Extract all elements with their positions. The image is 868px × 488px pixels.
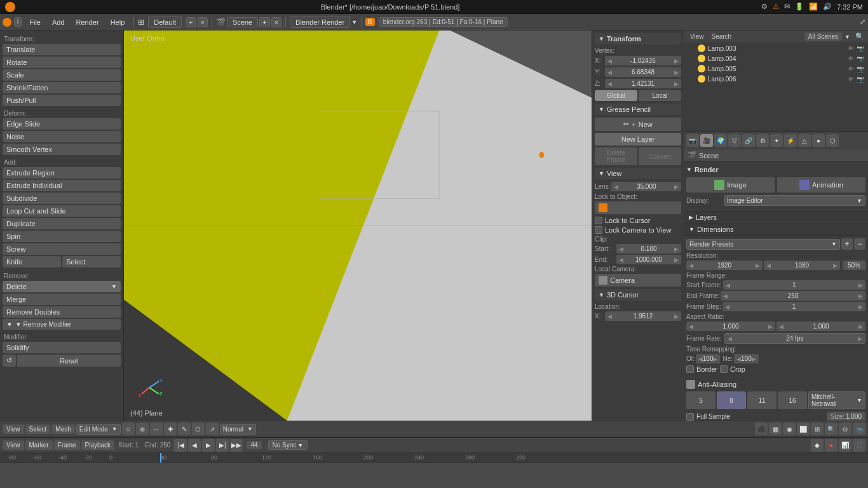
outliner-item-lamp004[interactable]: Lamp.004 👁 📷 [684, 53, 868, 64]
btn-extrude-individual[interactable]: Extrude Individual [3, 180, 121, 191]
mail-icon[interactable]: ✉ [784, 3, 790, 11]
fstep-left[interactable]: ◀ [725, 304, 729, 310]
menu-help[interactable]: Help [105, 17, 130, 27]
keyframe-icon[interactable]: ◆ [811, 439, 824, 452]
viewport[interactable]: User Ortho (44) Plane Y Z X [124, 30, 592, 421]
aa-num-16[interactable]: 16 [778, 391, 807, 409]
btn-edge-slide[interactable]: Edge Slide [3, 118, 121, 130]
z-left-arrow[interactable]: ◀ [607, 81, 612, 87]
res-x-left[interactable]: ◀ [689, 262, 693, 269]
ol-left[interactable]: ◀ [698, 356, 703, 362]
aa-num-5[interactable]: 5 [686, 391, 715, 409]
lens-field[interactable]: ◀ 35.000 ▶ [611, 182, 681, 191]
ef-left[interactable]: ◀ [723, 293, 728, 299]
bottom-view-menu[interactable]: View [3, 424, 24, 434]
camera-field[interactable]: Camera [595, 274, 681, 287]
render-icon-005[interactable]: 📷 [857, 65, 864, 72]
props-icon-render[interactable]: 📷 [686, 134, 699, 147]
fstep-right[interactable]: ▶ [858, 304, 863, 310]
lens-left-arrow[interactable]: ◀ [614, 184, 618, 190]
z-field[interactable]: ◀ 1.42131 ▶ [605, 79, 681, 88]
clip-start-right[interactable]: ▶ [674, 246, 679, 252]
props-icon-data[interactable]: △ [798, 134, 811, 147]
eye-icon-006[interactable]: 👁 [848, 76, 854, 83]
btn-loop-cut-slide[interactable]: Loop Cut and Slide [3, 205, 121, 217]
outliner-search-menu[interactable]: Search [709, 32, 735, 41]
btn-extrude-region[interactable]: Extrude Region [3, 167, 121, 179]
clip-start-left[interactable]: ◀ [619, 246, 623, 252]
clip-end-left[interactable]: ◀ [619, 257, 623, 263]
btn-knife[interactable]: Knife [3, 256, 61, 268]
jump-start-btn[interactable]: |◀ [174, 439, 187, 452]
tool-icon-4[interactable]: ⬡ [192, 423, 205, 435]
preset-remove-btn[interactable]: − [854, 238, 865, 250]
new-field[interactable]: ◀ 100 ▶ [734, 354, 759, 363]
aa-toggle[interactable] [686, 380, 695, 389]
clip-end-field[interactable]: ◀ 1000.000 ▶ [616, 255, 681, 264]
tool-icon-1[interactable]: ↔ [150, 423, 163, 435]
x-right-arrow[interactable]: ▶ [674, 58, 679, 64]
record-icon[interactable]: ● [825, 439, 837, 452]
outliner-scenes-select[interactable]: All Scenes [804, 32, 842, 41]
lens-right-arrow[interactable]: ▶ [674, 184, 679, 190]
outliner-search-icon[interactable]: 🔍 [855, 32, 864, 41]
btn-noise[interactable]: Noise [3, 131, 121, 142]
btn-local[interactable]: Local [639, 90, 681, 101]
aa-algo-select[interactable]: Mitchell-Netravali ▼ [808, 391, 865, 409]
res-x-field[interactable]: ◀ 1920 ▶ [686, 261, 763, 270]
eye-icon-005[interactable]: 👁 [848, 65, 854, 72]
props-icon-texture[interactable]: ⬡ [826, 134, 839, 147]
fps-left[interactable]: ◀ [728, 336, 732, 342]
btn-smooth-vertex[interactable]: Smooth Vertex [3, 144, 121, 155]
crop-row[interactable]: Crop [720, 365, 745, 373]
bottom-mesh-menu[interactable]: Mesh [51, 424, 74, 434]
btn-scale[interactable]: Scale [3, 69, 121, 81]
fps-right[interactable]: ▶ [858, 336, 862, 342]
icon-btn-r7[interactable]: ⊙ [839, 423, 851, 435]
menu-add[interactable]: Add [47, 17, 70, 27]
btn-new-grease-pencil[interactable]: ✏ + New [595, 118, 681, 131]
btn-shrink-fatten[interactable]: Shrink/Fatten [3, 82, 121, 93]
ay-left[interactable]: ◀ [779, 323, 783, 330]
lock-camera-row[interactable]: Lock Camera to View [595, 226, 681, 234]
sf-right[interactable]: ▶ [858, 282, 863, 288]
border-checkbox[interactable] [686, 365, 694, 373]
lock-object-field[interactable] [595, 201, 681, 214]
layout-add-icon[interactable]: + [186, 17, 196, 27]
render-icon-004[interactable]: 📷 [857, 55, 864, 62]
props-icon-materials[interactable]: ● [812, 134, 825, 147]
btn-reset[interactable]: Reset [17, 355, 121, 367]
snap-btn[interactable]: ⊕ [136, 423, 149, 435]
layers-section[interactable]: ▶ Layers [684, 212, 868, 224]
btn-render-animation[interactable]: Animation [777, 177, 865, 193]
outliner-item-lamp006[interactable]: Lamp.006 👁 📷 [684, 74, 868, 84]
icon-btn-r1[interactable]: ⬛ [755, 423, 768, 435]
icon-btn-r8[interactable]: 📹 [853, 423, 865, 435]
play-btn[interactable]: ▶ [202, 439, 215, 452]
timeline-end-field[interactable]: End: 250 [145, 442, 170, 449]
timeline-marker-menu[interactable]: Marker [25, 440, 53, 450]
render-presets-select[interactable]: Render Presets ▼ [686, 239, 840, 250]
lock-to-cursor-row[interactable]: Lock to Cursor [595, 217, 681, 224]
props-icon-modifiers[interactable]: ⚙ [756, 134, 769, 147]
clip-end-right[interactable]: ▶ [674, 257, 679, 263]
res-y-left[interactable]: ◀ [766, 262, 771, 269]
props-icon-constraints[interactable]: 🔗 [742, 134, 755, 147]
ax-left[interactable]: ◀ [689, 323, 693, 330]
alert-icon[interactable]: ⚠ [773, 3, 779, 11]
btn-screw[interactable]: Screw [3, 243, 121, 255]
next-frame-btn[interactable]: ▶| [216, 439, 229, 452]
y-left-arrow[interactable]: ◀ [607, 69, 612, 76]
btn-render-image[interactable]: Image [686, 177, 775, 193]
ax-right[interactable]: ▶ [768, 323, 773, 330]
fullscreen-btn[interactable]: ⤢ [860, 18, 865, 26]
fps-select[interactable]: ◀ 24 fps ▶ [724, 333, 865, 344]
display-select[interactable]: Image Editor ▼ [724, 195, 865, 206]
timeline-track[interactable]: -80 -60 -40 -20 0 40 80 120 160 200 240 … [0, 453, 868, 488]
border-row[interactable]: Border [686, 365, 717, 373]
btn-subdivide[interactable]: Subdivide [3, 193, 121, 204]
current-frame-display[interactable]: 44 [247, 441, 261, 449]
eye-icon-004[interactable]: 👁 [848, 55, 854, 62]
props-icon-object[interactable]: ▽ [728, 134, 741, 147]
timeline-view-menu[interactable]: View [3, 440, 24, 450]
